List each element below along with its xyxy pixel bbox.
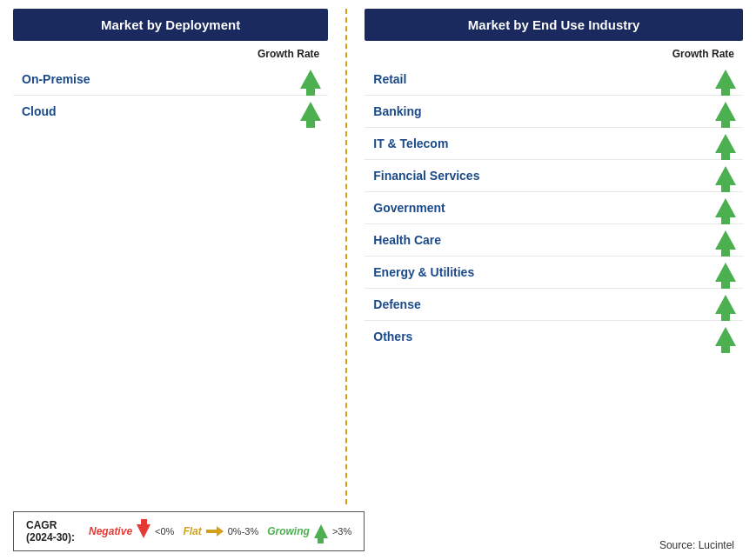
- page-container: Market by Deployment Growth Rate On-Prem…: [0, 0, 756, 560]
- on-premise-label: On-Premise: [22, 72, 90, 86]
- retail-arrow-up: [715, 70, 736, 89]
- right-items-list: Retail Banking IT & Telecom Financial Se…: [365, 63, 743, 352]
- banking-arrow-up: [715, 102, 736, 121]
- it-telecom-label: IT & Telecom: [373, 137, 448, 150]
- financial-services-arrow-up: [715, 166, 736, 185]
- left-item-on-premise: On-Premise: [13, 63, 328, 96]
- health-care-label: Health Care: [373, 233, 441, 247]
- legend-flat: Flat 0%-3%: [183, 525, 258, 537]
- right-header: Market by End Use Industry: [365, 9, 743, 41]
- right-growth-label: Growth Rate: [672, 48, 734, 60]
- flat-range: 0%-3%: [228, 526, 258, 537]
- legend-growing: Growing >3%: [267, 524, 351, 538]
- legend-box: CAGR (2024-30): Negative <0% Flat 0%-3% …: [13, 511, 365, 551]
- defense-arrow-up: [715, 295, 736, 314]
- on-premise-arrow-up: [300, 70, 321, 89]
- others-arrow-up: [715, 327, 736, 346]
- right-item-government: Government: [365, 192, 743, 224]
- right-item-defense: Defense: [365, 289, 743, 321]
- negative-arrow-down: [137, 524, 151, 538]
- vertical-divider: [345, 9, 347, 504]
- right-item-financial-services: Financial Services: [365, 160, 743, 192]
- defense-label: Defense: [373, 297, 420, 311]
- legend-negative: Negative <0%: [89, 524, 174, 538]
- government-label: Government: [373, 201, 445, 215]
- legend-cagr-label: CAGR (2024-30):: [26, 519, 75, 543]
- banking-label: Banking: [373, 104, 421, 118]
- health-care-arrow-up: [715, 230, 736, 250]
- right-item-health-care: Health Care: [365, 224, 743, 257]
- left-item-cloud: Cloud: [13, 96, 328, 127]
- energy-utilities-label: Energy & Utilities: [373, 265, 474, 279]
- right-growth-label-row: Growth Rate: [365, 48, 743, 60]
- right-item-banking: Banking: [365, 96, 743, 128]
- right-item-others: Others: [365, 321, 743, 352]
- retail-label: Retail: [373, 72, 406, 86]
- cloud-label: Cloud: [22, 104, 57, 118]
- energy-utilities-arrow-up: [715, 263, 736, 282]
- negative-range: <0%: [155, 526, 174, 537]
- left-items-list: On-Premise Cloud: [13, 63, 328, 127]
- flat-label: Flat: [183, 525, 201, 537]
- others-label: Others: [373, 330, 412, 343]
- it-telecom-arrow-up: [715, 134, 736, 153]
- flat-arrow-right: [206, 526, 224, 537]
- main-content: Market by Deployment Growth Rate On-Prem…: [13, 9, 743, 504]
- source-text: Source: Lucintel: [659, 539, 743, 551]
- financial-services-label: Financial Services: [373, 169, 479, 183]
- left-growth-label: Growth Rate: [258, 48, 319, 60]
- right-item-energy-utilities: Energy & Utilities: [365, 257, 743, 289]
- left-panel: Market by Deployment Growth Rate On-Prem…: [13, 9, 337, 504]
- bottom-row: CAGR (2024-30): Negative <0% Flat 0%-3% …: [13, 511, 743, 551]
- cloud-arrow-up: [300, 102, 321, 121]
- left-header: Market by Deployment: [13, 9, 328, 41]
- right-item-retail: Retail: [365, 63, 743, 96]
- left-growth-label-row: Growth Rate: [13, 48, 328, 60]
- right-panel: Market by End Use Industry Growth Rate R…: [356, 9, 743, 504]
- government-arrow-up: [715, 198, 736, 217]
- negative-label: Negative: [89, 525, 132, 537]
- growing-arrow-up: [314, 524, 328, 538]
- right-item-it-telecom: IT & Telecom: [365, 128, 743, 160]
- growing-label: Growing: [267, 525, 310, 537]
- growing-range: >3%: [332, 526, 351, 537]
